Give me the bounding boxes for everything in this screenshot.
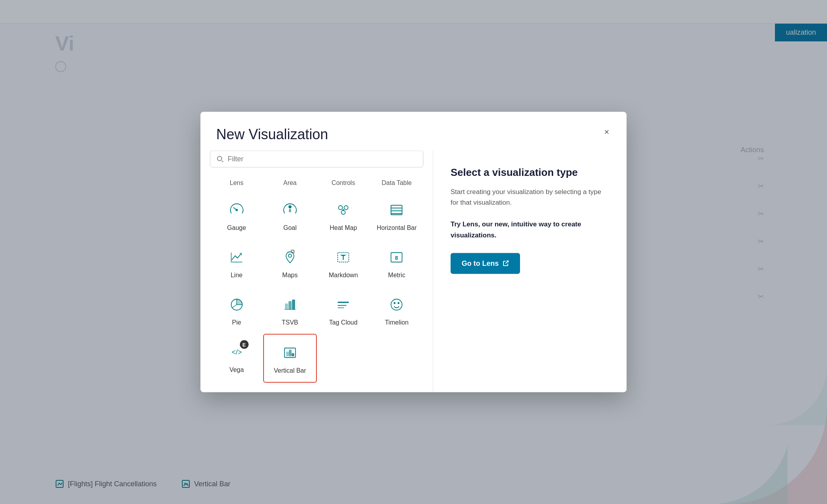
- horizontal-bar-label: Horizontal Bar: [377, 224, 417, 231]
- markdown-icon: T: [335, 249, 352, 266]
- heat-map-icon: [335, 202, 352, 219]
- viz-item-empty-1: [317, 334, 370, 383]
- svg-point-2: [217, 156, 222, 161]
- viz-item-gauge[interactable]: Gauge: [210, 192, 263, 239]
- right-panel-highlight: Try Lens, our new, intuitive way to crea…: [451, 219, 609, 240]
- svg-text:8: 8: [395, 255, 398, 261]
- tag-cloud-icon-area: [333, 295, 354, 315]
- category-lens: Lens: [210, 177, 263, 189]
- svg-rect-23: [289, 302, 291, 310]
- heat-map-label: Heat Map: [329, 224, 357, 231]
- timelion-icon: [388, 296, 405, 314]
- category-controls: Controls: [317, 177, 370, 189]
- pie-icon: [228, 296, 245, 314]
- tsvb-label: TSVB: [282, 319, 298, 326]
- modal-header: New Visualization ×: [200, 112, 627, 151]
- visualization-list-panel: Lens Area Controls Data Table: [200, 151, 433, 392]
- svg-point-29: [391, 299, 402, 310]
- svg-point-31: [398, 302, 399, 304]
- category-data-table: Data Table: [370, 177, 423, 189]
- visualization-grid: Lens Area Controls Data Table: [200, 174, 433, 392]
- line-icon-area: [226, 247, 247, 268]
- goal-icon-area: 8: [280, 200, 300, 220]
- maps-ext-link: ⧉: [291, 248, 295, 255]
- viz-item-vertical-bar[interactable]: Vertical Bar: [263, 334, 316, 383]
- svg-rect-24: [292, 300, 295, 310]
- tsvb-icon-area: [280, 295, 300, 315]
- viz-row-3: Pie TSVB: [210, 287, 423, 334]
- vertical-bar-icon: [281, 344, 299, 362]
- category-labels-row: Lens Area Controls Data Table: [210, 177, 423, 192]
- vega-icon-area: </> E: [226, 342, 247, 362]
- svg-point-8: [341, 211, 345, 215]
- maps-icon-area: ⧉: [280, 247, 300, 268]
- timelion-label: Timelion: [385, 319, 408, 326]
- horizontal-bar-icon-area: [386, 200, 407, 220]
- goal-icon: 8: [281, 202, 299, 219]
- right-panel-title: Select a visualization type: [451, 166, 609, 179]
- pie-icon-area: [226, 295, 247, 315]
- viz-item-vega[interactable]: </> E Vega: [210, 334, 263, 383]
- modal-title: New Visualization: [216, 126, 328, 143]
- tsvb-icon: [281, 296, 299, 314]
- svg-rect-22: [285, 304, 288, 310]
- category-area: Area: [263, 177, 316, 189]
- vega-label: Vega: [229, 366, 243, 373]
- svg-rect-36: [292, 354, 294, 356]
- svg-text:8: 8: [289, 208, 291, 213]
- viz-item-empty-2: [370, 334, 423, 383]
- viz-item-maps[interactable]: ⧉ Maps: [263, 239, 316, 287]
- maps-icon: [281, 249, 299, 266]
- viz-row-1: Gauge 8 Goal: [210, 192, 423, 239]
- vertical-bar-icon-area: [280, 343, 300, 363]
- viz-item-metric[interactable]: 8 Metric: [370, 239, 423, 287]
- goal-label: Goal: [283, 224, 297, 231]
- viz-item-markdown[interactable]: T Markdown: [317, 239, 370, 287]
- svg-point-7: [344, 206, 348, 210]
- close-button[interactable]: ×: [602, 126, 611, 138]
- metric-icon-area: 8: [386, 247, 407, 268]
- line-icon: [228, 249, 245, 266]
- line-label: Line: [231, 272, 243, 279]
- filter-container: [200, 151, 433, 174]
- viz-item-pie[interactable]: Pie: [210, 287, 263, 334]
- heat-map-icon-area: [333, 200, 354, 220]
- modal-body: Lens Area Controls Data Table: [200, 151, 627, 392]
- tag-cloud-icon: [335, 296, 352, 314]
- markdown-label: Markdown: [329, 272, 358, 279]
- tag-cloud-label: Tag Cloud: [329, 319, 357, 326]
- viz-item-horizontal-bar[interactable]: Horizontal Bar: [370, 192, 423, 239]
- gauge-icon-area: [226, 200, 247, 220]
- svg-point-3: [236, 209, 238, 211]
- viz-row-4: </> E Vega: [210, 334, 423, 383]
- vega-badge-e: E: [240, 340, 249, 349]
- svg-point-30: [394, 302, 395, 304]
- svg-rect-34: [286, 352, 288, 356]
- svg-point-9: [342, 209, 344, 211]
- search-icon: [217, 155, 224, 162]
- viz-item-tsvb[interactable]: TSVB: [263, 287, 316, 334]
- right-info-panel: Select a visualization type Start creati…: [433, 151, 627, 392]
- svg-point-6: [339, 206, 342, 210]
- horizontal-bar-icon: [388, 202, 405, 219]
- vertical-bar-label: Vertical Bar: [274, 367, 306, 374]
- gauge-label: Gauge: [227, 224, 246, 231]
- external-link-icon: [503, 260, 509, 267]
- gauge-icon: [228, 202, 245, 219]
- viz-item-tag-cloud[interactable]: Tag Cloud: [317, 287, 370, 334]
- metric-icon: 8: [388, 249, 405, 266]
- svg-rect-35: [289, 350, 291, 356]
- viz-item-goal[interactable]: 8 Goal: [263, 192, 316, 239]
- pie-label: Pie: [232, 319, 241, 326]
- viz-item-line[interactable]: Line: [210, 239, 263, 287]
- maps-label: Maps: [282, 272, 297, 279]
- markdown-icon-area: T: [333, 247, 354, 268]
- go-to-lens-button[interactable]: Go to Lens: [451, 253, 520, 274]
- filter-input-wrapper: [210, 151, 423, 168]
- viz-row-2: Line ⧉ Maps: [210, 239, 423, 287]
- metric-label: Metric: [388, 272, 406, 279]
- filter-input[interactable]: [228, 155, 417, 163]
- viz-item-heat-map[interactable]: Heat Map: [317, 192, 370, 239]
- right-panel-description: Start creating your visualization by sel…: [451, 187, 609, 208]
- viz-item-timelion[interactable]: Timelion: [370, 287, 423, 334]
